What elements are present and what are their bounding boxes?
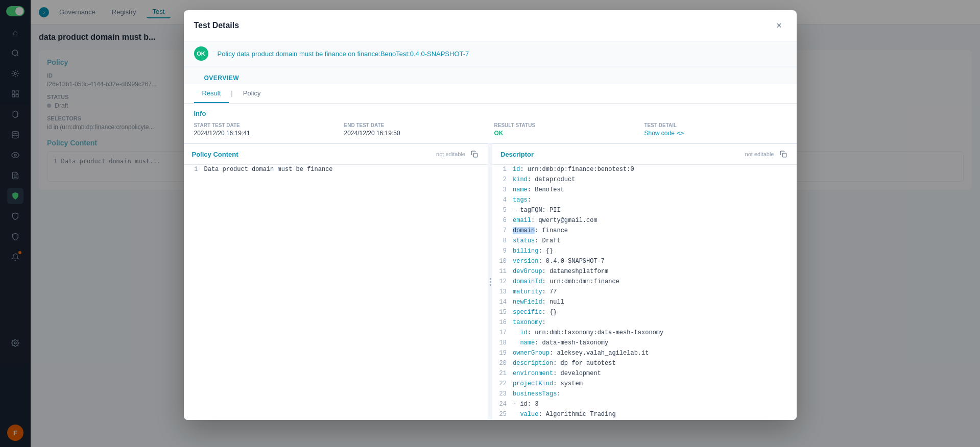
end-date-value: 2024/12/20 16:19:50: [344, 130, 486, 137]
modal-overlay: Test Details × OK Policy data product do…: [0, 0, 980, 447]
tab-result[interactable]: Result: [194, 84, 229, 103]
descriptor-line-19: 19ownerGroup: aleksey.valah_agilelab.it: [492, 349, 797, 359]
show-code-label: Show code: [644, 130, 675, 137]
descriptor-panel: Descriptor not editable 1id: urn:dmb:dp:…: [492, 143, 797, 420]
modal-title: Test Details: [194, 21, 240, 30]
descriptor-line-24: 24- id: 3: [492, 400, 797, 410]
modal-header: Test Details ×: [184, 10, 797, 41]
copy-policy-button[interactable]: [469, 149, 480, 159]
copy-descriptor-button[interactable]: [778, 149, 788, 159]
descriptor-line-14: 14newField: null: [492, 297, 797, 308]
descriptor-line-17: 17 id: urn:dmb:taxonomy:data-mesh-taxono…: [492, 328, 797, 338]
descriptor-code: 1id: urn:dmb:dp:finance:benotest:02kind:…: [492, 165, 797, 420]
not-editable-label: not editable: [436, 151, 465, 157]
result-status-value: OK: [494, 130, 636, 137]
descriptor-line-12: 12domainId: urn:dmb:dmn:finance: [492, 277, 797, 287]
policy-content-header: Policy Content not editable: [184, 144, 488, 165]
descriptor-actions: not editable: [745, 149, 788, 159]
descriptor-line-18: 18 name: data-mesh-taxonomy: [492, 338, 797, 349]
policy-content-actions: not editable: [436, 149, 480, 159]
info-section: Info START TEST DATE 2024/12/20 16:19:41…: [184, 104, 797, 143]
result-status-label: RESULT STATUS: [494, 122, 636, 128]
descriptor-header: Descriptor not editable: [492, 144, 797, 165]
panel-divider[interactable]: [488, 143, 492, 420]
descriptor-line-9: 9billing: {}: [492, 246, 797, 257]
divider-dots: [490, 278, 491, 286]
descriptor-line-22: 22projectKind: system: [492, 379, 797, 389]
descriptor-line-23: 23businessTags:: [492, 389, 797, 400]
descriptor-line-1: 1id: urn:dmb:dp:finance:benotest:0: [492, 165, 797, 175]
descriptor-line-8: 8status: Draft: [492, 236, 797, 246]
descriptor-line-15: 15specific: {}: [492, 308, 797, 318]
descriptor-line-21: 21environment: development: [492, 369, 797, 379]
divider-dot: [490, 281, 491, 283]
modal-subtitle-bar: OK Policy data product domain must be fi…: [184, 41, 797, 66]
test-detail-item: TEST DETAIL Show code <>: [644, 122, 786, 137]
start-date-value: 2024/12/20 16:19:41: [194, 130, 336, 137]
modal-subtitle-text: Policy data product domain must be finan…: [218, 50, 469, 58]
descriptor-line-10: 10version: 0.4.0-SNAPSHOT-7: [492, 257, 797, 267]
descriptor-line-13: 13maturity: 77: [492, 287, 797, 297]
descriptor-not-editable-label: not editable: [745, 151, 774, 157]
close-button[interactable]: ×: [772, 18, 786, 33]
end-date-item: END TEST DATE 2024/12/20 16:19:50: [344, 122, 486, 137]
show-code-icon: <>: [677, 130, 684, 137]
descriptor-line-11: 11devGroup: datameshplatform: [492, 267, 797, 277]
descriptor-title: Descriptor: [500, 151, 534, 158]
svg-rect-12: [473, 153, 477, 157]
overview-label: Overview: [194, 70, 786, 84]
policy-content-title: Policy Content: [192, 151, 238, 158]
svg-rect-13: [782, 153, 786, 157]
content-panels: Policy Content not editable 1 Data produ…: [184, 143, 797, 420]
modal-tabs: Result | Policy: [184, 84, 797, 104]
descriptor-line-4: 4tags:: [492, 195, 797, 206]
divider-dot: [490, 278, 491, 280]
info-grid: START TEST DATE 2024/12/20 16:19:41 END …: [194, 122, 786, 137]
show-code-button[interactable]: Show code <>: [644, 130, 786, 137]
result-status-item: RESULT STATUS OK: [494, 122, 636, 137]
end-date-label: END TEST DATE: [344, 122, 486, 128]
policy-code-line-1: 1 Data product domain must be finance: [184, 165, 488, 175]
descriptor-line-5: 5- tagFQN: PII: [492, 206, 797, 216]
descriptor-line-2: 2kind: dataproduct: [492, 175, 797, 185]
start-date-label: START TEST DATE: [194, 122, 336, 128]
descriptor-line-3: 3name: BenoTest: [492, 185, 797, 195]
info-title: Info: [194, 110, 786, 117]
descriptor-line-20: 20description: dp for autotest: [492, 359, 797, 369]
start-date-item: START TEST DATE 2024/12/20 16:19:41: [194, 122, 336, 137]
tab-policy[interactable]: Policy: [235, 84, 269, 103]
status-ok-badge: OK: [194, 46, 208, 61]
tab-divider: |: [229, 84, 234, 103]
test-detail-label: TEST DETAIL: [644, 122, 786, 128]
descriptor-line-7: 7domain: finance: [492, 226, 797, 236]
divider-dot: [490, 284, 491, 286]
descriptor-line-16: 16taxonomy:: [492, 318, 797, 328]
policy-content-panel: Policy Content not editable 1 Data produ…: [184, 143, 489, 420]
policy-content-code: 1 Data product domain must be finance: [184, 165, 488, 420]
test-details-modal: Test Details × OK Policy data product do…: [184, 10, 797, 420]
descriptor-line-25: 25 value: Algorithmic Trading: [492, 410, 797, 420]
descriptor-line-6: 6email: qwerty@gmail.com: [492, 216, 797, 226]
